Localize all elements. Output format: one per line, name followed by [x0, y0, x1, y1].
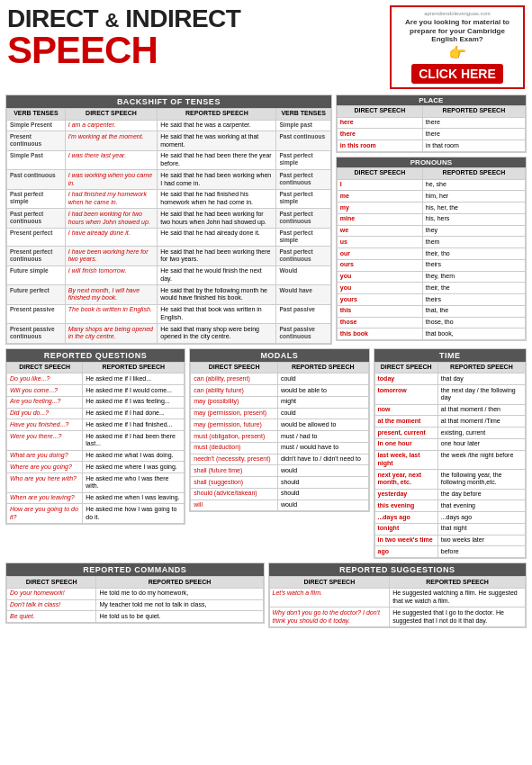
main-title: DIRECT & INDIRECT SPEECH — [7, 5, 240, 69]
rq-title: REPORTED QUESTIONS — [6, 349, 185, 362]
rq-col-direct: DIRECT SPEECH — [7, 362, 83, 374]
rc-table: DIRECT SPEECH REPORTED SPEECH Do your ho… — [6, 576, 264, 623]
table-row: Where are you going?He asked me where I … — [7, 462, 185, 473]
table-row: Present passive continuous Many shops ar… — [7, 324, 331, 344]
table-row: herethere — [337, 117, 525, 129]
place-title: PLACE — [337, 95, 526, 105]
middle-section: REPORTED QUESTIONS DIRECT SPEECH REPORTE… — [5, 348, 527, 560]
col-direct: DIRECT SPEECH — [65, 108, 158, 120]
ad-text: Are you looking for material to prepare … — [397, 18, 518, 44]
table-row: wethey — [337, 225, 525, 237]
time-title: TIME — [374, 349, 527, 362]
rs-table: DIRECT SPEECH REPORTED SPEECH Let's watc… — [269, 576, 527, 627]
rs-col-reported: REPORTED SPEECH — [390, 577, 526, 589]
table-row: Present continuous I'm working at the mo… — [7, 131, 331, 151]
modals-table: DIRECT SPEECH REPORTED SPEECH can (abili… — [190, 362, 368, 512]
table-row: Past perfect continuous I had been worki… — [7, 209, 331, 229]
backshift-title: BACKSHIFT OF TENSES — [6, 95, 331, 108]
backshift-section: BACKSHIFT OF TENSES VERB TENSES DIRECT S… — [5, 94, 332, 345]
table-row: in this roomin that room — [337, 140, 525, 152]
table-row: in one hourone hour later — [374, 438, 526, 450]
table-row: Will you come...?He asked me if I would … — [7, 385, 185, 397]
table-row: Future simple I will finish tomorrow. He… — [7, 266, 331, 285]
table-row: at the momentat that moment /Time — [374, 416, 526, 428]
hand-icon: 👉 — [397, 44, 518, 61]
time-section: TIME DIRECT SPEECH REPORTED SPEECH today… — [374, 348, 527, 560]
table-row: Did you do...?He asked me if I had done.… — [7, 408, 185, 419]
table-row: ourtheir, tho — [337, 248, 525, 260]
table-row: Past continuous I was working when you c… — [7, 170, 331, 190]
rq-table: DIRECT SPEECH REPORTED SPEECH Do you lik… — [6, 362, 185, 524]
main-content: BACKSHIFT OF TENSES VERB TENSES DIRECT S… — [0, 93, 532, 634]
table-row: How are you going to do it?He asked me h… — [7, 504, 185, 524]
table-row: todaythat day — [374, 374, 526, 385]
table-row: tonightthat night — [374, 523, 526, 535]
table-row: Who are you here with?He asked me who I … — [7, 473, 185, 493]
table-row: Were you there...?He asked me if I had b… — [7, 431, 185, 451]
place-table: DIRECT SPEECH REPORTED SPEECH heretheret… — [337, 105, 526, 152]
table-row: can (ability, present)could — [191, 374, 368, 385]
table-row: needn't (necessity, present)didn't have … — [191, 454, 368, 465]
table-row: Let's watch a film.He suggested watching… — [269, 588, 526, 608]
reported-questions-section: REPORTED QUESTIONS DIRECT SPEECH REPORTE… — [5, 348, 185, 525]
col-reported: REPORTED SPEECH — [158, 108, 276, 120]
modals-section: MODALS DIRECT SPEECH REPORTED SPEECH can… — [189, 348, 369, 513]
table-row: Are you feeling...?He asked me if I was … — [7, 396, 185, 408]
rc-title: REPORTED COMMANDS — [6, 563, 264, 576]
table-row: agobefore — [374, 546, 526, 558]
table-row: can (ability future)would be able to — [191, 385, 368, 397]
page-header: DIRECT & INDIRECT SPEECH aprendiendoleve… — [0, 0, 532, 93]
table-row: mehim, her — [337, 191, 525, 202]
table-row: in two week's timetwo weeks later — [374, 535, 526, 546]
table-row: usthem — [337, 237, 525, 248]
rs-col-direct: DIRECT SPEECH — [269, 577, 390, 589]
table-row: Why don't you go to the doctor? I don't … — [269, 608, 526, 627]
pronouns-section: PRONOUNS DIRECT SPEECH REPORTED SPEECH I… — [336, 157, 527, 341]
table-row: this eveningthat evening — [374, 500, 526, 512]
col-verb-tenses: VERB TENSES — [7, 108, 66, 120]
table-row: Present perfect continuous I have been w… — [7, 247, 331, 266]
click-here-button[interactable]: CLICK HERE — [411, 64, 503, 84]
modals-col-reported: REPORTED SPEECH — [277, 362, 368, 374]
rc-col-direct: DIRECT SPEECH — [7, 577, 96, 589]
table-row: this bookthat book, — [337, 328, 525, 340]
table-row: Don't talk in class!My teacher told me n… — [7, 599, 264, 611]
table-row: may (possibility)might — [191, 396, 368, 408]
table-row: last week, last nightthe week /the night… — [374, 450, 526, 470]
rq-col-reported: REPORTED SPEECH — [83, 362, 185, 374]
right-panels: PLACE DIRECT SPEECH REPORTED SPEECH here… — [336, 94, 527, 341]
table-row: Do you like...?He asked me if I liked... — [7, 374, 185, 385]
table-row: Past perfect simple I had finished my ho… — [7, 189, 331, 209]
backshift-table: VERB TENSES DIRECT SPEECH REPORTED SPEEC… — [6, 108, 331, 344]
table-row: youtheir, the — [337, 283, 525, 294]
table-row: may (permission, present)could — [191, 408, 368, 419]
table-row: When are you leaving?He asked me when I … — [7, 492, 185, 504]
table-row: thisthat, the — [337, 305, 525, 317]
place-col-direct: DIRECT SPEECH — [337, 105, 422, 117]
top-section: BACKSHIFT OF TENSES VERB TENSES DIRECT S… — [5, 94, 527, 345]
modals-col-direct: DIRECT SPEECH — [191, 362, 278, 374]
pronouns-col-reported: REPORTED SPEECH — [422, 167, 525, 179]
table-row: may (permission, future)would be allowed… — [191, 419, 368, 431]
table-row: yesterdaythe day before — [374, 489, 526, 500]
table-row: What are you doing?He asked me what I wa… — [7, 450, 185, 462]
table-row: minehis, hers — [337, 213, 525, 225]
table-row: must (obligation, present)must / had to — [191, 431, 368, 443]
table-row: tomorrowthe next day / the following day — [374, 385, 526, 405]
table-row: Be quiet.He told us to be quiet. — [7, 611, 264, 623]
advertisement[interactable]: aprendiendolevenguas.com Are you looking… — [390, 5, 525, 89]
table-row: Do your homework!He told me to do my hom… — [7, 588, 264, 599]
place-col-reported: REPORTED SPEECH — [422, 105, 525, 117]
table-row: yourstheirs — [337, 294, 525, 306]
table-row: thosethose, tho — [337, 317, 525, 328]
table-row: Have you finished...?He asked me if I ha… — [7, 419, 185, 431]
pronouns-title: PRONOUNS — [337, 158, 526, 167]
table-row: shall (future time)would — [191, 465, 368, 477]
table-row: youthey, them — [337, 271, 525, 283]
table-row: therethere — [337, 129, 525, 140]
time-col-reported: REPORTED SPEECH — [437, 362, 525, 374]
ad-site: aprendiendolevenguas.com — [397, 11, 518, 16]
reported-commands-section: REPORTED COMMANDS DIRECT SPEECH REPORTED… — [5, 562, 265, 624]
table-row: shall (suggestion)should — [191, 477, 368, 489]
table-row: myhis, her, the — [337, 202, 525, 214]
